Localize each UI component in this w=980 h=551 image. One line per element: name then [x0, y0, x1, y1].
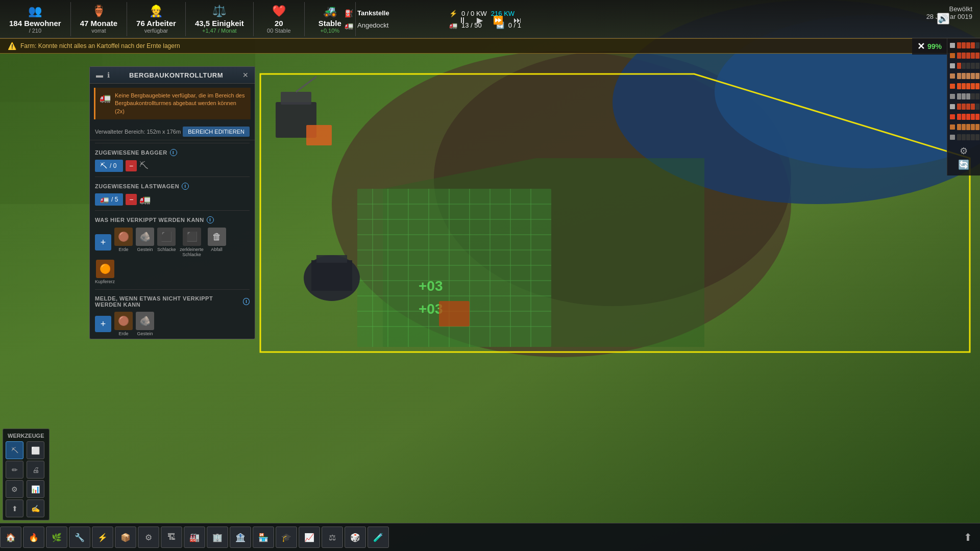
res-item-1: 108 [947, 51, 980, 60]
tool-btn-2[interactable]: ✏ [6, 461, 23, 479]
res-seg [962, 53, 966, 59]
weather-label: Bewölkt [926, 5, 972, 13]
bottom-btn-8[interactable]: 🏭 [184, 527, 205, 548]
panel-close-icon[interactable]: ✕ [242, 71, 249, 79]
bottom-btn-0[interactable]: 🏠 [0, 527, 21, 548]
truck-info-icon[interactable]: i [182, 183, 189, 190]
faster-button[interactable]: ⏭ [510, 14, 525, 26]
bottom-btn-4[interactable]: ⚡ [92, 527, 113, 548]
res-dot-1 [950, 53, 955, 58]
bottom-btn-5[interactable]: 📦 [115, 527, 136, 548]
bottom-btn-13[interactable]: 📈 [299, 527, 320, 548]
dump-klein-schlacke-label: zerkleinerte Schlacke [179, 247, 205, 257]
excavator-info-icon[interactable]: i [170, 149, 177, 156]
notification-bar: ⚠️ Farm: Konnte nicht alles an Kartoffel… [0, 38, 980, 54]
dump-info-icon[interactable]: i [207, 216, 214, 223]
excavator-minus-button[interactable]: − [126, 160, 137, 171]
bottom-btn-12[interactable]: 🎓 [276, 527, 297, 548]
edit-area-button[interactable]: BEREICH EDITIEREN [183, 127, 250, 137]
heart-main: 20 [275, 19, 283, 28]
res-seg [962, 104, 966, 110]
notify-item-erde[interactable]: 🟤 Erde [114, 312, 133, 336]
res-item-5: 8 [947, 92, 980, 101]
notify-info-icon[interactable]: i [243, 298, 250, 305]
res-seg [971, 104, 975, 110]
tool-btn-5[interactable]: 📊 [27, 480, 44, 498]
tool-btn-4[interactable]: ⚙ [6, 480, 23, 498]
res-seg [966, 83, 970, 89]
area-info: Verwalteter Bereich: 152m x 176m BEREICH… [90, 123, 255, 140]
tankstelle-area: ⛽ Tankstelle 🚛 Angedockt [337, 0, 397, 38]
dump-item-schlacke[interactable]: ⬛ Schlacke [157, 228, 176, 257]
notify-erde-icon: 🟤 [114, 312, 133, 330]
notify-item-gestein[interactable]: 🪨 Gestein [136, 312, 154, 336]
truck-minus-button[interactable]: − [126, 194, 137, 205]
excavator-row: ⛏ / 0 − ⛏ [90, 158, 255, 174]
dump-item-abfall[interactable]: 🗑 Abfall [208, 228, 226, 257]
dump-schlacke-icon: ⬛ [157, 228, 176, 246]
werkzeuge-label: WERKZEUGE [6, 432, 46, 440]
dump-item-klein-schlacke[interactable]: ⬛ zerkleinerte Schlacke [179, 228, 205, 257]
bottom-btn-11[interactable]: 🏪 [253, 527, 274, 548]
bottom-btn-15[interactable]: 🎲 [345, 527, 366, 548]
excavator-count: / 0 [110, 162, 116, 169]
fast-button[interactable]: ⏩ [490, 14, 506, 26]
tool-btn-1[interactable]: ⬜ [27, 441, 44, 459]
bottom-btn-14[interactable]: ⚖ [322, 527, 343, 548]
res-item-4: 470 [947, 82, 980, 91]
bottom-btn-1[interactable]: 🔥 [23, 527, 44, 548]
res-seg [962, 124, 966, 130]
bottom-btn-16[interactable]: 🧪 [368, 527, 389, 548]
sound-button[interactable]: 🔊 [937, 13, 949, 24]
excavator-add-icon[interactable]: ⛏ [139, 161, 149, 171]
res-seg [957, 93, 961, 99]
tool-btn-7[interactable]: ✍ [27, 499, 44, 517]
add-notify-button[interactable]: + [95, 316, 111, 332]
panel-header-icons[interactable]: ▬ ℹ [96, 71, 110, 79]
svg-line-33 [296, 77, 316, 92]
hud-arbeiter: 👷 76 Arbeiter verfügbar [127, 2, 186, 36]
svg-rect-31 [276, 102, 316, 138]
tool-btn-6[interactable]: ⬆ [6, 499, 23, 517]
tool-pct-value: 99% [927, 42, 942, 51]
res-seg [971, 42, 975, 48]
truck-add-icon[interactable]: 🚛 [139, 194, 151, 205]
dump-item-kupfererz[interactable]: 🟠 Kupfererz [95, 260, 115, 284]
tool-btn-0[interactable]: ⛏ [6, 441, 23, 459]
speed-controls[interactable]: ⏸ ▶ ⏩ ⏭ [455, 14, 525, 26]
panel-header: ▬ ℹ BERGBAUKONTROLLTURM ✕ [90, 67, 255, 84]
bottom-btn-7[interactable]: 🏗 [161, 527, 182, 548]
pause-button[interactable]: ⏸ [455, 14, 470, 26]
res-dot-6 [950, 104, 955, 109]
res-seg [957, 104, 961, 110]
right-side-button-bottom[interactable]: 🔄 [950, 159, 977, 170]
panel-info-icon[interactable]: ℹ [107, 71, 110, 79]
truck-section-label: ZUGEWIESENE LASTWAGEN i [90, 180, 255, 191]
arbeiter-sub: verfügbar [144, 28, 168, 34]
dump-gestein-icon: 🪨 [136, 228, 154, 246]
bottom-btn-2[interactable]: 🌿 [46, 527, 67, 548]
res-seg [971, 114, 975, 120]
res-seg [971, 53, 975, 59]
svg-rect-34 [306, 125, 332, 145]
right-side-button-top[interactable]: ⚙ [950, 145, 977, 157]
bottom-btn-10[interactable]: 🏦 [230, 527, 251, 548]
dump-item-erde[interactable]: 🟤 Erde [114, 228, 133, 257]
svg-rect-9 [357, 189, 551, 347]
add-dump-button[interactable]: + [95, 234, 111, 251]
res-seg [975, 124, 979, 130]
hud-bewohner: 👥 184 Bewohner / 210 [0, 2, 71, 36]
stable-icon: 🚜 [323, 5, 337, 18]
panel-minimize-icon[interactable]: ▬ [96, 71, 103, 79]
bottom-btn-3[interactable]: 🔧 [69, 527, 90, 548]
arbeiter-main: 76 Arbeiter [136, 19, 176, 28]
bottom-btn-9[interactable]: 🏢 [207, 527, 228, 548]
bottom-btn-6[interactable]: ⚙ [138, 527, 159, 548]
res-seg [962, 83, 966, 89]
tool-btn-3[interactable]: 🖨 [27, 461, 44, 479]
collapse-bar-button[interactable]: ⬆ [956, 531, 980, 543]
res-seg-empty [975, 93, 979, 99]
dump-item-gestein[interactable]: 🪨 Gestein [136, 228, 154, 257]
bewohner-main: 184 Bewohner [9, 19, 61, 28]
play-button[interactable]: ▶ [474, 14, 486, 26]
